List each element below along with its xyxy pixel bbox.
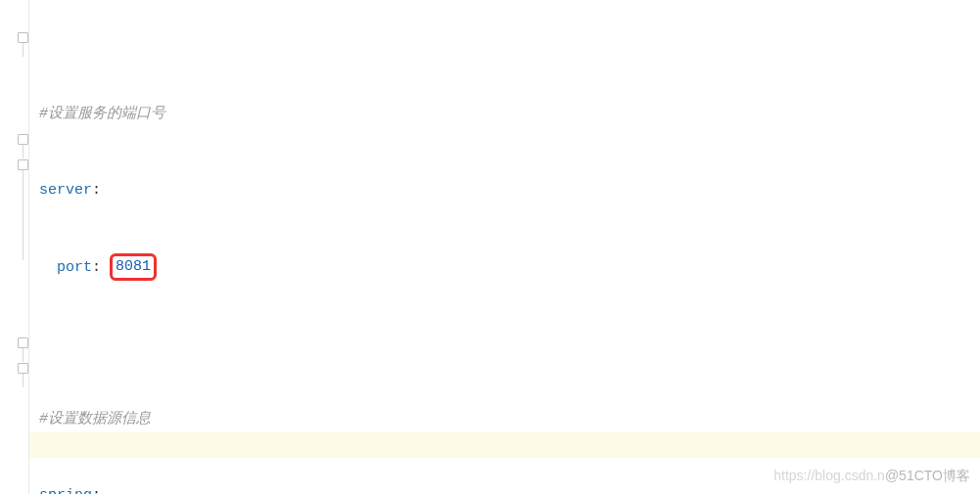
- gutter: [0, 0, 29, 494]
- yaml-key-port: port: [57, 259, 92, 276]
- fold-marker[interactable]: [18, 134, 28, 145]
- comment-line: #设置数据源信息: [39, 411, 151, 427]
- fold-marker[interactable]: [18, 337, 28, 348]
- yaml-key-spring: spring: [39, 487, 92, 494]
- fold-marker[interactable]: [18, 363, 28, 374]
- yaml-value-port: 8081: [116, 258, 151, 275]
- port-highlight-box: 8081: [110, 253, 157, 281]
- code-area[interactable]: #设置服务的端口号 server: port: 8081 #设置数据源信息 sp…: [29, 0, 980, 494]
- fold-marker[interactable]: [18, 159, 28, 170]
- yaml-key-server: server: [39, 182, 92, 199]
- current-line-highlight: [29, 432, 980, 458]
- code-editor: #设置服务的端口号 server: port: 8081 #设置数据源信息 sp…: [0, 0, 980, 494]
- comment-line: #设置服务的端口号: [39, 106, 165, 122]
- fold-marker[interactable]: [18, 32, 28, 43]
